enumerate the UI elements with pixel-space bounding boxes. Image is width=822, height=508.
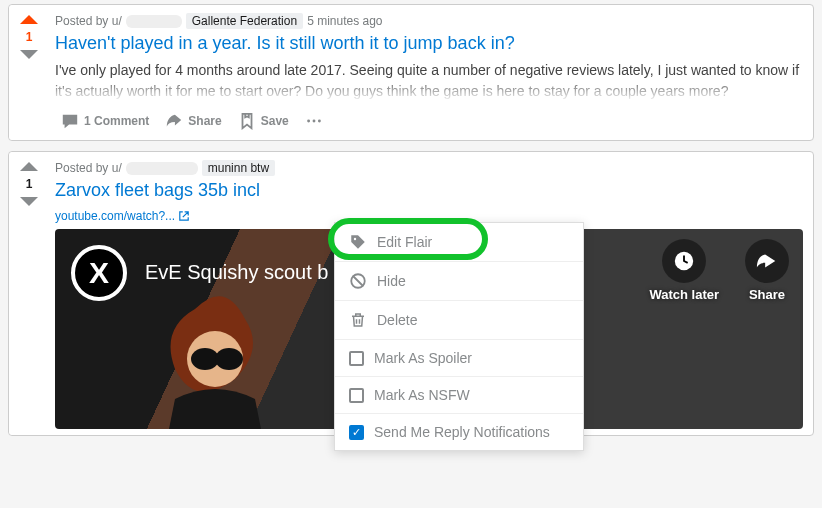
watch-later-button[interactable]: Watch later xyxy=(649,239,719,302)
upvote-icon[interactable] xyxy=(20,162,38,171)
more-icon xyxy=(305,112,323,130)
downvote-icon[interactable] xyxy=(20,197,38,206)
post-title[interactable]: Haven't played in a year. Is it still wo… xyxy=(55,33,803,54)
user-flair[interactable]: muninn btw xyxy=(202,160,275,176)
post-text: I've only played for 4 months around lat… xyxy=(55,60,803,102)
share-button[interactable]: Share xyxy=(159,108,227,134)
menu-nsfw[interactable]: Mark As NSFW xyxy=(335,376,583,413)
comment-icon xyxy=(61,112,79,130)
menu-hide[interactable]: Hide xyxy=(335,261,583,300)
external-link-icon xyxy=(178,210,190,222)
posted-by-label: Posted by u/ xyxy=(55,14,122,28)
upvote-icon[interactable] xyxy=(20,15,38,24)
post-card: 1 Posted by u/ Gallente Federation 5 min… xyxy=(8,4,814,141)
svg-point-0 xyxy=(307,120,310,123)
svg-point-1 xyxy=(312,120,315,123)
svg-point-9 xyxy=(354,238,356,240)
tag-icon xyxy=(349,233,367,251)
menu-delete[interactable]: Delete xyxy=(335,300,583,339)
menu-edit-flair[interactable]: Edit Flair xyxy=(335,223,583,261)
vote-column: 1 xyxy=(9,5,49,140)
vote-column: 1 xyxy=(9,152,49,435)
timestamp: 5 minutes ago xyxy=(307,14,382,28)
checkbox-checked-icon: ✓ xyxy=(349,425,364,440)
svg-point-5 xyxy=(191,348,219,370)
posted-by-label: Posted by u/ xyxy=(55,161,122,175)
share-icon xyxy=(165,112,183,130)
svg-rect-7 xyxy=(217,354,221,358)
downvote-icon[interactable] xyxy=(20,50,38,59)
more-button[interactable] xyxy=(299,108,329,134)
svg-line-11 xyxy=(353,276,364,287)
thumbnail-overlay: Watch later Share xyxy=(649,239,789,302)
video-share-button[interactable]: Share xyxy=(745,239,789,302)
menu-spoiler[interactable]: Mark As Spoiler xyxy=(335,339,583,376)
video-title: EvE Squishy scout b xyxy=(145,261,328,284)
save-button[interactable]: Save xyxy=(232,108,295,134)
clock-icon xyxy=(662,239,706,283)
post-body: Posted by u/ Gallente Federation 5 minut… xyxy=(49,5,813,140)
author-link[interactable] xyxy=(126,161,198,175)
post-more-menu: Edit Flair Hide Delete Mark As Spoiler M… xyxy=(334,222,584,451)
score-value: 1 xyxy=(26,30,33,44)
checkbox-icon xyxy=(349,351,364,366)
post-meta: Posted by u/ muninn btw xyxy=(55,160,803,176)
post-title[interactable]: Zarvox fleet bags 35b incl xyxy=(55,180,803,201)
checkbox-icon xyxy=(349,388,364,403)
action-bar: 1 Comment Share Save xyxy=(55,102,803,134)
author-link[interactable] xyxy=(126,14,182,28)
hide-icon xyxy=(349,272,367,290)
menu-notify[interactable]: ✓ Send Me Reply Notifications xyxy=(335,413,583,450)
trash-icon xyxy=(349,311,367,329)
channel-avatar-icon: X xyxy=(71,245,127,301)
user-flair[interactable]: Gallente Federation xyxy=(186,13,303,29)
svg-point-2 xyxy=(318,120,321,123)
thumbnail-art xyxy=(135,289,315,429)
comments-button[interactable]: 1 Comment xyxy=(55,108,155,134)
share-icon xyxy=(745,239,789,283)
post-meta: Posted by u/ Gallente Federation 5 minut… xyxy=(55,13,803,29)
source-link[interactable]: youtube.com/watch?... xyxy=(55,209,190,223)
score-value: 1 xyxy=(26,177,33,191)
bookmark-icon xyxy=(238,112,256,130)
svg-point-6 xyxy=(215,348,243,370)
